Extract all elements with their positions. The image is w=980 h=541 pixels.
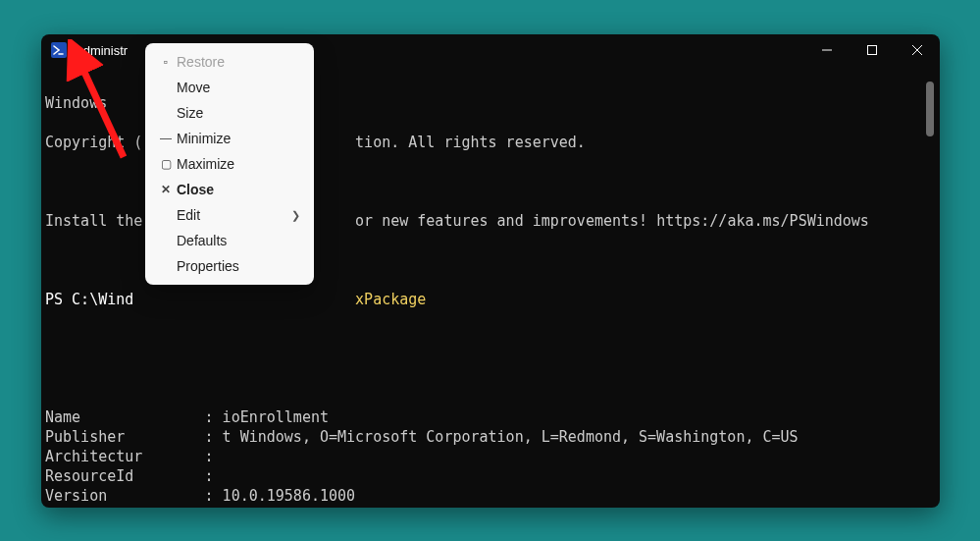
- console-prompt: PS C:\Wind xPackage: [45, 290, 940, 309]
- menu-item-label: Move: [177, 80, 300, 95]
- menu-item-label: Edit: [177, 207, 291, 223]
- menu-item-move[interactable]: Move: [145, 75, 314, 100]
- console-field-row: Publisher : t Windows, O=Microsoft Corpo…: [45, 427, 940, 447]
- menu-item-minimize[interactable]: —Minimize: [145, 126, 314, 151]
- menu-item-maximize[interactable]: ▢Maximize: [145, 151, 314, 177]
- system-context-menu: ▫RestoreMoveSize—Minimize▢Maximize✕Close…: [145, 43, 314, 285]
- minimize-button[interactable]: [804, 34, 850, 66]
- menu-item-label: Maximize: [177, 156, 300, 172]
- console-field-row: ResourceId :: [45, 466, 940, 486]
- svg-rect-3: [868, 46, 877, 55]
- menu-item-restore: ▫Restore: [145, 49, 314, 75]
- restore-icon: ▫: [155, 55, 177, 69]
- scroll-thumb[interactable]: [926, 81, 934, 136]
- minimize-icon: —: [155, 132, 177, 145]
- menu-item-close[interactable]: ✕Close: [145, 177, 314, 202]
- powershell-icon: [51, 42, 67, 58]
- console-blank: [45, 368, 940, 388]
- console-field-row: Version : 10.0.19586.1000: [45, 486, 940, 506]
- close-button[interactable]: [895, 34, 940, 66]
- menu-item-label: Defaults: [177, 233, 300, 248]
- console-field-row: PackageFullName : Microsoft.BioEnrollmen…: [45, 506, 940, 508]
- menu-item-size[interactable]: Size: [145, 100, 314, 126]
- menu-item-defaults[interactable]: Defaults: [145, 228, 314, 253]
- menu-item-label: Restore: [177, 54, 300, 70]
- console-blank: [45, 329, 940, 349]
- maximize-icon: ▢: [155, 157, 177, 171]
- scrollbar[interactable]: [924, 72, 936, 494]
- menu-item-edit[interactable]: Edit❯: [145, 202, 314, 228]
- menu-item-label: Close: [177, 182, 300, 197]
- menu-item-properties[interactable]: Properties: [145, 253, 314, 279]
- menu-item-label: Minimize: [177, 131, 300, 146]
- console-field-row: Name : ioEnrollment: [45, 407, 940, 427]
- chevron-right-icon: ❯: [291, 209, 300, 222]
- maximize-button[interactable]: [850, 34, 895, 66]
- console-field-row: Architectur :: [45, 447, 940, 466]
- menu-item-label: Properties: [177, 258, 300, 274]
- close-icon: ✕: [155, 183, 177, 196]
- window-title: Administr: [75, 43, 128, 58]
- menu-item-label: Size: [177, 105, 300, 121]
